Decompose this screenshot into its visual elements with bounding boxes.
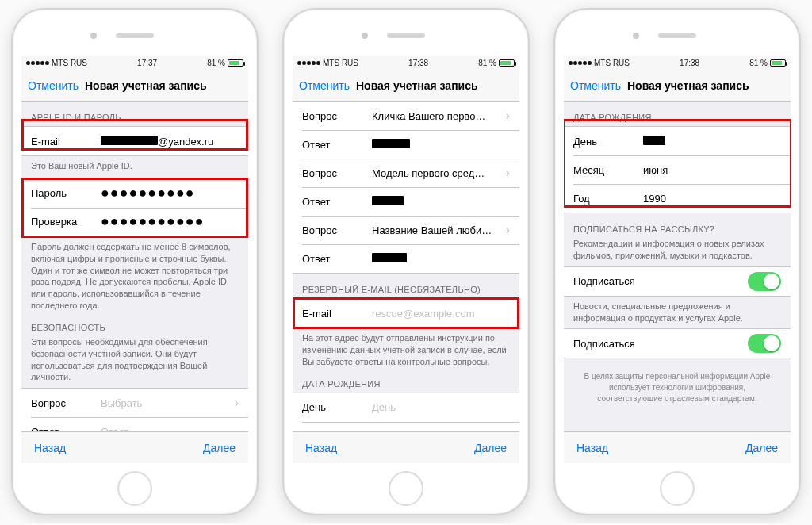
password-row[interactable]: Пароль ●●●●●●●●●● <box>21 179 248 208</box>
question-row-1[interactable]: Вопрос Кличка Вашего перво… › <box>293 102 519 130</box>
section-header-dob: ДАТА РОЖДЕНИЯ <box>293 368 519 393</box>
sub-note-2: Новости, специальные предложения и инфор… <box>564 297 791 324</box>
section-header-security: БЕЗОПАСНОСТЬ <box>21 312 248 336</box>
page-title: Новая учетная запись <box>356 79 478 92</box>
battery-icon <box>228 59 243 67</box>
back-button[interactable]: Назад <box>576 442 608 454</box>
security-note: Эти вопросы необходимы для обеспечения б… <box>21 336 248 383</box>
nav-bar: Отменить Новая учетная запись <box>564 70 791 102</box>
question-row[interactable]: Вопрос Выбрать › <box>21 389 248 417</box>
battery-icon <box>770 59 786 67</box>
password-note: Пароль должен содержать не менее 8 симво… <box>21 237 248 312</box>
cancel-button[interactable]: Отменить <box>570 79 621 92</box>
page-title: Новая учетная запись <box>627 79 749 92</box>
chevron-right-icon: › <box>506 166 510 180</box>
phone-3: MTS RUS 17:38 81 % Отменить Новая учетна… <box>553 8 801 515</box>
subscribe-row-1[interactable]: Подписаться <box>564 267 791 296</box>
chevron-right-icon: › <box>235 396 239 410</box>
chevron-right-icon: › <box>506 109 510 123</box>
status-time: 17:38 <box>680 59 699 67</box>
subscribe-row-2[interactable]: Подписаться <box>564 329 791 358</box>
battery-icon <box>499 59 515 67</box>
answer-row-3[interactable]: Ответ <box>293 244 519 273</box>
verify-row[interactable]: Проверка ●●●●●●●●●●● <box>21 208 248 236</box>
next-button[interactable]: Далее <box>474 442 507 454</box>
email-note: Это Ваш новый Apple ID. <box>21 156 248 172</box>
toggle-switch[interactable] <box>748 272 781 291</box>
back-button[interactable]: Назад <box>305 442 337 454</box>
home-button[interactable] <box>117 471 152 506</box>
day-row[interactable]: День <box>564 127 791 155</box>
toolbar: Назад Далее <box>293 431 519 463</box>
month-row[interactable]: Месяц Месяц <box>293 422 519 431</box>
nav-bar: Отменить Новая учетная запись <box>21 70 248 102</box>
status-time: 17:37 <box>137 59 157 67</box>
rescue-note: На этот адрес будут отправлены инструкци… <box>293 328 519 368</box>
section-header-rescue: РЕЗЕРВНЫЙ E-MAIL (НЕОБЯЗАТЕЛЬНО) <box>293 274 519 298</box>
nav-bar: Отменить Новая учетная запись <box>293 70 519 102</box>
rescue-email-row[interactable]: E-mail rescue@example.com <box>293 299 519 328</box>
status-bar: MTS RUS 17:38 81 % <box>293 56 519 70</box>
home-button[interactable] <box>660 471 695 506</box>
cancel-button[interactable]: Отменить <box>299 79 350 92</box>
cancel-button[interactable]: Отменить <box>28 79 79 92</box>
toolbar: Назад Далее <box>21 431 248 463</box>
day-row[interactable]: День День <box>293 393 519 422</box>
answer-row[interactable]: Ответ Ответ <box>21 417 248 431</box>
month-row[interactable]: Месяц июня <box>564 155 791 184</box>
question-row-2[interactable]: Вопрос Модель первого сред… › <box>293 159 519 187</box>
status-bar: MTS RUS 17:38 81 % <box>564 56 791 70</box>
page-title: Новая учетная запись <box>85 79 207 92</box>
question-row-3[interactable]: Вопрос Название Вашей люби… › <box>293 216 519 244</box>
back-button[interactable]: Назад <box>34 442 66 454</box>
answer-row-2[interactable]: Ответ <box>293 187 519 216</box>
next-button[interactable]: Далее <box>203 442 236 454</box>
status-bar: MTS RUS 17:37 81 % <box>21 56 248 70</box>
phone-1: MTS RUS 17:37 81 % Отменить Новая учетна… <box>11 8 259 515</box>
chevron-right-icon: › <box>506 223 510 237</box>
privacy-note: В целях защиты персональной информации A… <box>564 358 791 417</box>
home-button[interactable] <box>389 471 423 506</box>
section-header-appleid: APPLE ID И ПАРОЛЬ <box>21 102 248 126</box>
answer-row-1[interactable]: Ответ <box>293 130 519 159</box>
section-header-subscribe: ПОДПИСАТЬСЯ НА РАССЫЛКУ? <box>564 213 791 238</box>
next-button[interactable]: Далее <box>745 442 778 454</box>
toggle-switch[interactable] <box>748 334 781 353</box>
sub-note-1: Рекомендации и информация о новых релиза… <box>564 238 791 262</box>
email-row[interactable]: E-mail @yandex.ru <box>21 127 248 155</box>
toolbar: Назад Далее <box>564 431 791 463</box>
phone-2: MTS RUS 17:38 81 % Отменить Новая учетна… <box>282 8 530 515</box>
section-header-dob: ДАТА РОЖДЕНИЯ <box>564 102 791 126</box>
status-time: 17:38 <box>408 59 428 67</box>
year-row[interactable]: Год 1990 <box>564 184 791 213</box>
